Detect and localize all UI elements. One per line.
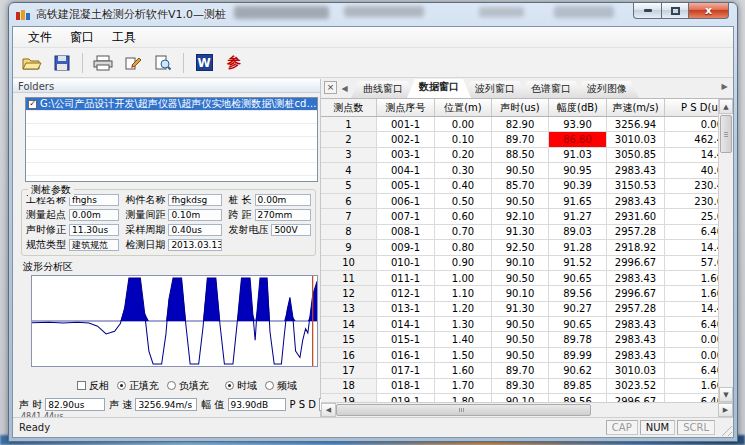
table-row[interactable]: 2002-10.1089.7086.803010.03462.4 [321, 132, 718, 147]
table-row[interactable]: 12012-11.1090.1089.562996.671.60 [321, 286, 718, 301]
print-preview-button[interactable] [150, 51, 176, 75]
parameters-button[interactable]: 参 [221, 51, 247, 75]
column-header-0[interactable]: 测点数 [321, 99, 377, 116]
word-export-button[interactable]: W [191, 51, 217, 75]
param-field-span[interactable]: 270mm [255, 209, 311, 221]
vertical-scroll-track[interactable] [719, 154, 733, 387]
time-domain-radio[interactable] [225, 381, 234, 390]
table-row[interactable]: 18018-11.7089.3089.853023.521.60 [321, 379, 718, 394]
fill-negative-radio[interactable] [167, 381, 176, 390]
column-header-3[interactable]: 声时(us) [492, 99, 549, 116]
table-row[interactable]: 11011-11.0090.5090.652983.431.60 [321, 271, 718, 286]
invert-checkbox-control[interactable]: 反相 [77, 379, 109, 393]
table-row[interactable]: 14014-11.3090.5090.652983.436.40 [321, 317, 718, 332]
vertical-scroll-thumb[interactable] [720, 115, 732, 153]
scroll-down-icon[interactable]: ▼ [719, 387, 733, 402]
table-row[interactable]: 16016-11.5090.5089.992983.430.00 [321, 348, 718, 363]
horizontal-scroll-thumb[interactable] [336, 404, 591, 416]
table-row[interactable]: 7007-10.6092.1091.272931.6025.6 [321, 209, 718, 224]
table-row[interactable]: 6006-10.5090.5091.652983.43230.6 [321, 194, 718, 209]
column-header-4[interactable]: 幅度(dB) [549, 99, 607, 116]
menu-file[interactable]: 文件 [19, 27, 61, 48]
param-field-sampling-period[interactable]: 0.40us [168, 224, 222, 236]
scroll-up-icon[interactable]: ▲ [719, 99, 733, 114]
tab-wavetrain-window[interactable]: 波列窗口 [463, 81, 527, 98]
folder-list[interactable]: ✓G:\公司产品设计开发\超声仪器\超声仪实地检测数据\测桩cd\cd03\cd… [25, 97, 318, 182]
table-row[interactable]: 4004-10.3090.5090.952983.4340.0 [321, 163, 718, 178]
folders-panel: Folders ✓G:\公司产品设计开发\超声仪器\超声仪实地检测数据\测桩cd… [13, 79, 321, 417]
table-row[interactable]: 5005-10.4085.7090.393150.53230.4 [321, 179, 718, 194]
param-field-transmit-voltage[interactable]: 500V [271, 224, 311, 236]
tab-wavetrain-image[interactable]: 波列图像 [575, 81, 639, 98]
tab-data-window[interactable]: 数据窗口 [407, 79, 471, 98]
minimize-button[interactable] [633, 3, 662, 19]
open-folder-button[interactable] [19, 51, 45, 75]
readout-field-sound-velocity[interactable]: 3256.94m/s [135, 398, 197, 411]
resize-grip[interactable] [719, 423, 732, 436]
column-header-6[interactable]: P S D(us [665, 99, 718, 116]
param-field-measure-spacing[interactable]: 0.10m [168, 209, 222, 221]
param-field-measure-start[interactable]: 0.00m [69, 209, 119, 221]
save-button[interactable] [49, 51, 75, 75]
row-header-cell: 8 [321, 225, 377, 240]
freq-domain-radio-control[interactable]: 频域 [265, 379, 297, 393]
table-cell: 2983.43 [607, 317, 665, 332]
menu-window[interactable]: 窗口 [61, 27, 103, 48]
send-report-button[interactable] [120, 51, 146, 75]
table-cell: 85.70 [492, 179, 549, 194]
waveform-plot[interactable] [31, 275, 318, 367]
folder-item-checkbox[interactable]: ✓ [28, 100, 37, 109]
vertical-scrollbar[interactable]: ▲ ▼ [718, 99, 733, 402]
freq-domain-radio[interactable] [265, 381, 274, 390]
invert-checkbox[interactable] [77, 381, 86, 390]
fill-negative-radio-control[interactable]: 负填充 [167, 379, 209, 393]
menu-tools[interactable]: 工具 [103, 27, 145, 48]
param-row: 测量起点0.00m测量间距0.10m跨 距270mm [26, 208, 311, 222]
time-domain-radio-control[interactable]: 时域 [225, 379, 257, 393]
maximize-button[interactable] [662, 3, 689, 19]
table-row[interactable]: 19019-11.8090.1089.562996.676.40 [321, 394, 718, 402]
table-body[interactable]: 1001-10.0082.9093.903256.940.002002-10.1… [321, 117, 718, 402]
fill-positive-radio[interactable] [117, 381, 126, 390]
param-field-standard-type[interactable]: 建筑规范 [69, 239, 119, 251]
tab-spectrum-window[interactable]: 色谱窗口 [519, 81, 583, 98]
pile-params-group-title: 测桩参数 [28, 183, 74, 197]
table-row[interactable]: 9009-10.8092.5091.282918.9214.4 [321, 240, 718, 255]
tab-curve-window[interactable]: 曲线窗口 [351, 81, 415, 98]
pane-close-button[interactable]: × [324, 81, 337, 94]
column-header-5[interactable]: 声速(m/s) [607, 99, 665, 116]
table-cell: 6.40 [665, 363, 718, 378]
table-row[interactable]: 8008-10.7091.3089.032957.286.40 [321, 225, 718, 240]
print-button[interactable] [90, 51, 116, 75]
column-header-2[interactable]: 位置(m) [435, 99, 492, 116]
table-cell: 2983.43 [607, 163, 665, 178]
table-row[interactable]: 3003-10.2088.5091.033050.8514.4 [321, 148, 718, 163]
horizontal-scroll-track[interactable] [591, 403, 718, 417]
param-field-test-date[interactable]: 2013.03.13 [168, 239, 222, 251]
readout-sound-velocity: 声 速3256.94m/s [109, 398, 197, 412]
close-button[interactable]: x [689, 3, 729, 19]
folder-list-item[interactable]: ✓G:\公司产品设计开发\超声仪器\超声仪实地检测数据\测桩cd\cd03\cd… [26, 98, 317, 111]
table-row[interactable]: 17017-11.6089.7090.623010.036.40 [321, 363, 718, 378]
table-row[interactable]: 1001-10.0082.9093.903256.940.00 [321, 117, 718, 132]
title-bar[interactable]: 高铁建混凝土检测分析软件V1.0—测桩 x [9, 3, 737, 26]
readout-field-sound-time[interactable]: 82.90us [45, 398, 105, 411]
table-cell: 2996.67 [607, 256, 665, 271]
scroll-right-icon[interactable]: ▶ [718, 403, 733, 417]
table-row[interactable]: 15015-11.4090.5089.782983.430.00 [321, 332, 718, 347]
param-field-component-name[interactable]: fhgkdsg [168, 194, 222, 206]
column-header-1[interactable]: 测点序号 [377, 99, 435, 116]
table-cell: 0.30 [435, 163, 492, 178]
param-field-pile-length[interactable]: 0.00m [255, 194, 311, 206]
param-field-project-name[interactable]: fhghs [69, 194, 119, 206]
param-measure-spacing: 测量间距0.10m [125, 208, 222, 222]
scroll-left-icon[interactable]: ◀ [321, 403, 336, 417]
horizontal-scrollbar[interactable]: ◀ ▶ [321, 402, 733, 417]
param-field-sound-time-correction[interactable]: 11.30us [69, 224, 119, 236]
fill-positive-radio-control[interactable]: 正填充 [117, 379, 159, 393]
table-row[interactable]: 13013-11.2091.3090.272957.2814.4 [321, 302, 718, 317]
tab-scroll-right-icon[interactable]: ▶ [718, 80, 731, 94]
tab-scroll-left-icon[interactable]: ◀ [338, 82, 351, 96]
readout-field-amplitude[interactable]: 93.90dB [228, 398, 286, 411]
table-row[interactable]: 10010-10.9090.1091.522996.6757.6 [321, 256, 718, 271]
